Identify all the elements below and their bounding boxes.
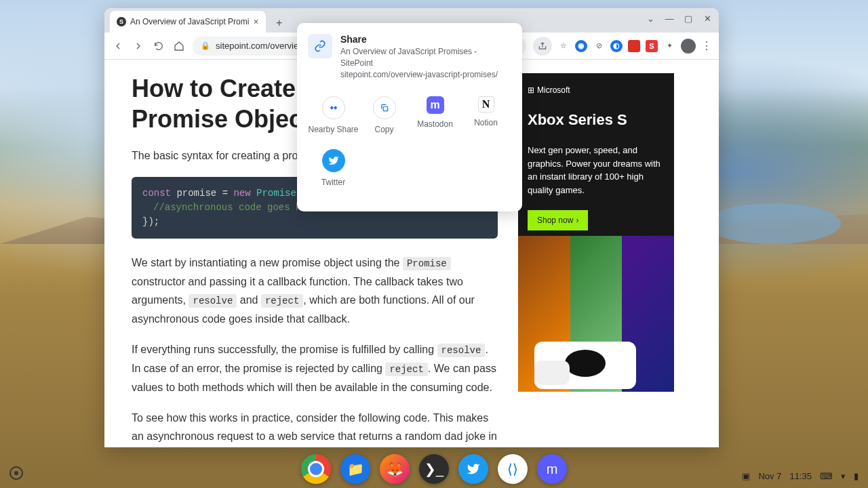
share-twitter[interactable]: Twitter	[308, 145, 359, 198]
extension-icon[interactable]: ◉	[575, 40, 587, 52]
taskbar-twitter-icon[interactable]	[458, 454, 488, 484]
inline-code: reject	[261, 294, 303, 308]
system-tray[interactable]: ▣ Nov 7 11:35 ⌨ ▾ ▮	[742, 471, 859, 481]
sidebar-ad[interactable]: Microsoft Xbox Series S Next gen power, …	[518, 73, 674, 392]
xbox-image	[534, 342, 636, 389]
chrome-menu-button[interactable]: ⋮	[701, 39, 712, 52]
copy-icon	[373, 96, 396, 119]
share-popup: Share An Overview of JavaScript Promises…	[297, 23, 522, 211]
taskbar-terminal-icon[interactable]: ❯_	[419, 454, 449, 484]
inline-code: Promise	[403, 257, 451, 270]
new-tab-button[interactable]: +	[270, 14, 289, 33]
article-paragraph: If everything runs successfully, the pro…	[132, 340, 498, 396]
inline-code: resolve	[437, 344, 486, 357]
tab-title: An Overview of JavaScript Promi	[130, 17, 249, 26]
maximize-button[interactable]: ▢	[684, 14, 693, 24]
profile-avatar[interactable]	[681, 39, 696, 54]
home-button[interactable]	[172, 39, 186, 53]
notifications-icon[interactable]: ▣	[742, 471, 750, 481]
article-paragraph: We start by instantiating a new promise …	[132, 253, 498, 328]
battery-icon[interactable]: ▮	[854, 471, 859, 481]
tab-close-button[interactable]: ×	[253, 16, 258, 27]
extensions-menu-icon[interactable]: ✦	[663, 40, 675, 52]
svg-rect-0	[383, 107, 387, 111]
tray-time: 11:35	[789, 471, 812, 481]
keyboard-icon[interactable]: ⌨	[820, 471, 833, 481]
extension-icon[interactable]	[628, 40, 640, 52]
tray-date: Nov 7	[758, 471, 781, 481]
back-button[interactable]	[111, 39, 125, 53]
bookmark-star-icon[interactable]: ☆	[557, 40, 570, 52]
wifi-icon[interactable]: ▾	[841, 471, 846, 481]
minimize-button[interactable]: —	[665, 14, 674, 24]
window-dropdown-button[interactable]: ⌄	[646, 14, 655, 24]
article-paragraph: To see how this works in practice, consi…	[132, 409, 498, 447]
taskbar-chrome-icon[interactable]	[301, 454, 331, 484]
ad-body: Next gen power, speed, and graphics. Pow…	[528, 144, 665, 197]
share-copy[interactable]: Copy	[359, 92, 410, 145]
forward-button[interactable]	[132, 39, 145, 53]
extension-icon[interactable]: ◐	[610, 40, 623, 52]
tab-active[interactable]: S An Overview of JavaScript Promi ×	[110, 11, 266, 33]
share-mastodon[interactable]: m Mastodon	[410, 92, 460, 145]
share-notion[interactable]: N Notion	[460, 92, 511, 145]
reload-button[interactable]	[152, 39, 165, 53]
share-heading: Share	[340, 34, 511, 45]
ad-headline: Xbox Series S	[528, 111, 665, 129]
shop-now-button[interactable]: Shop now›	[528, 210, 588, 230]
inline-code: resolve	[189, 294, 237, 308]
mastodon-icon: m	[427, 96, 444, 114]
share-url: sitepoint.com/overview-javascript-promis…	[340, 69, 511, 81]
share-button[interactable]	[533, 37, 552, 56]
taskbar-vscode-icon[interactable]: ⟨⟩	[498, 454, 528, 484]
launcher-button[interactable]	[9, 466, 23, 480]
share-page-title: An Overview of JavaScript Promises - Sit…	[340, 46, 511, 69]
inline-code: reject	[385, 363, 427, 376]
ad-brand: Microsoft	[528, 85, 665, 95]
share-nearby[interactable]: Nearby Share	[308, 92, 359, 145]
twitter-icon	[322, 149, 345, 172]
extension-icon[interactable]: ⊘	[593, 40, 605, 52]
extension-icon[interactable]: S	[646, 40, 658, 52]
taskbar-mastodon-icon[interactable]: m	[537, 454, 567, 484]
lock-icon: 🔒	[201, 41, 210, 50]
link-icon	[308, 34, 332, 58]
window-controls: ⌄ — ▢ ✕	[646, 14, 712, 24]
close-window-button[interactable]: ✕	[703, 14, 712, 24]
taskbar: 📁 🦊 ❯_ ⟨⟩ m	[301, 454, 567, 484]
taskbar-firefox-icon[interactable]: 🦊	[380, 454, 410, 484]
notion-icon: N	[478, 96, 494, 113]
taskbar-files-icon[interactable]: 📁	[340, 454, 370, 484]
favicon-icon: S	[117, 17, 126, 26]
nearby-share-icon	[322, 96, 345, 119]
